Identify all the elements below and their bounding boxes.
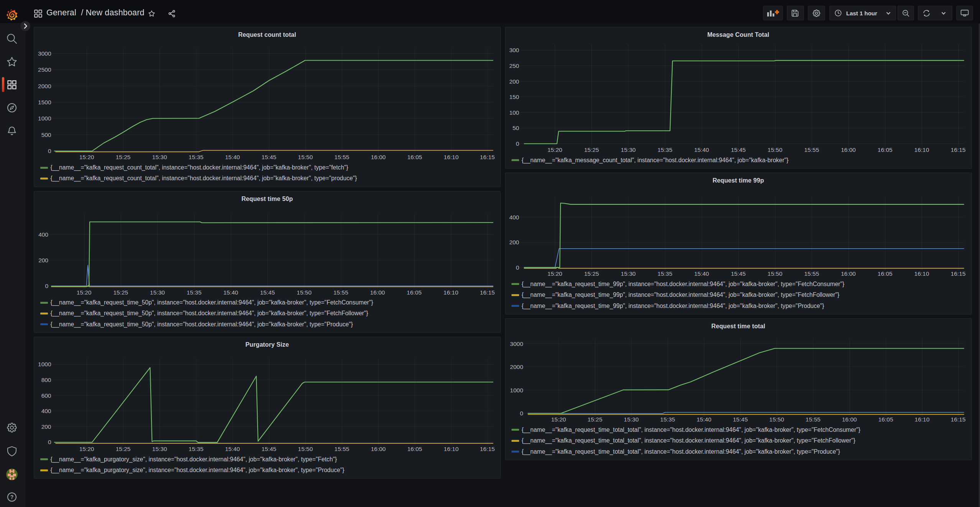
- svg-text:?: ?: [10, 494, 14, 500]
